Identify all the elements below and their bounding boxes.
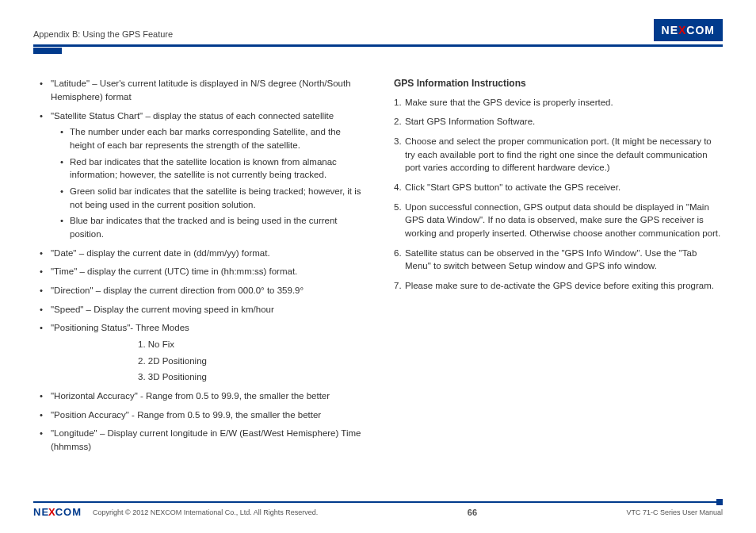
- list-item: Click "Start GPS button" to activate the…: [394, 181, 723, 194]
- list-item: "Position Accuracy" - Range from 0.5 to …: [43, 408, 362, 422]
- list-item: "Satellite Status Chart" – display the s…: [43, 109, 362, 241]
- list-item: "Speed" – Display the current moving spe…: [43, 303, 362, 316]
- brand-text-right: COM: [55, 505, 82, 520]
- list-item: Red bar indicates that the satellite loc…: [62, 155, 362, 182]
- list-item: 3. 3D Positioning: [138, 370, 362, 384]
- page-number: 66: [468, 507, 477, 520]
- instructions-heading: GPS Information Instructions: [394, 77, 723, 90]
- footer-left-group: NE X COM Copyright © 2012 NEXCOM Interna…: [33, 505, 318, 520]
- brand-logo-bottom: NE X COM: [33, 505, 82, 520]
- header-rule: [33, 44, 723, 47]
- list-item: 2. 2D Positioning: [138, 355, 362, 368]
- list-item: Blue bar indicates that the tracked and …: [62, 214, 362, 240]
- list-item: "Positioning Status"- Three Modes1. No F…: [43, 321, 362, 384]
- brand-text-left: NE: [33, 505, 49, 520]
- definitions-list: "Latitude" – User's current latitude is …: [33, 77, 362, 453]
- list-item: Green solid bar indicates that the satel…: [62, 185, 362, 211]
- list-item: "Longitude" – Display current longitude …: [43, 427, 362, 453]
- manual-name: VTC 71-C Series User Manual: [626, 508, 723, 518]
- instructions-list: Make sure that the GPS device is properl…: [394, 96, 723, 293]
- right-column: GPS Information Instructions Make sure t…: [394, 77, 723, 458]
- list-item: "Time" – display the current (UTC) time …: [43, 265, 362, 278]
- list-item: "Direction" – display the current direct…: [43, 284, 362, 297]
- list-item: Upon successful connection, GPS output d…: [394, 201, 723, 240]
- page-footer: NE X COM Copyright © 2012 NEXCOM Interna…: [33, 501, 723, 520]
- list-item: "Latitude" – User's current latitude is …: [43, 77, 362, 103]
- brand-x-icon: X: [678, 22, 686, 38]
- footer-row: NE X COM Copyright © 2012 NEXCOM Interna…: [33, 505, 723, 520]
- list-item: "Horizontal Accuracy" - Range from 0.5 t…: [43, 389, 362, 403]
- list-item: Choose and select the proper communicati…: [394, 135, 723, 174]
- list-item: 1. No Fix: [138, 338, 362, 351]
- list-item: "Date" – display the current date in (dd…: [43, 247, 362, 260]
- appendix-title: Appendix B: Using the GPS Feature: [33, 29, 173, 41]
- page-content: "Latitude" – User's current latitude is …: [33, 47, 723, 458]
- list-item: The number under each bar marks correspo…: [62, 125, 362, 151]
- brand-text-right: COM: [686, 22, 715, 38]
- sub-list: The number under each bar marks correspo…: [51, 125, 362, 240]
- list-item: Please make sure to de-activate the GPS …: [394, 279, 723, 293]
- page-header: Appendix B: Using the GPS Feature NE X C…: [33, 19, 723, 41]
- list-item: Satellite status can be observed in the …: [394, 247, 723, 273]
- brand-logo-top: NE X COM: [654, 19, 723, 41]
- modes-list: 1. No Fix2. 2D Positioning3. 3D Position…: [51, 338, 362, 384]
- brand-text-left: NE: [662, 22, 678, 38]
- list-item: Make sure that the GPS device is properl…: [394, 96, 723, 109]
- list-item: Start GPS Information Software.: [394, 115, 723, 128]
- copyright-text: Copyright © 2012 NEXCOM International Co…: [93, 508, 318, 518]
- footer-rule: [33, 501, 723, 503]
- left-column: "Latitude" – User's current latitude is …: [33, 77, 362, 458]
